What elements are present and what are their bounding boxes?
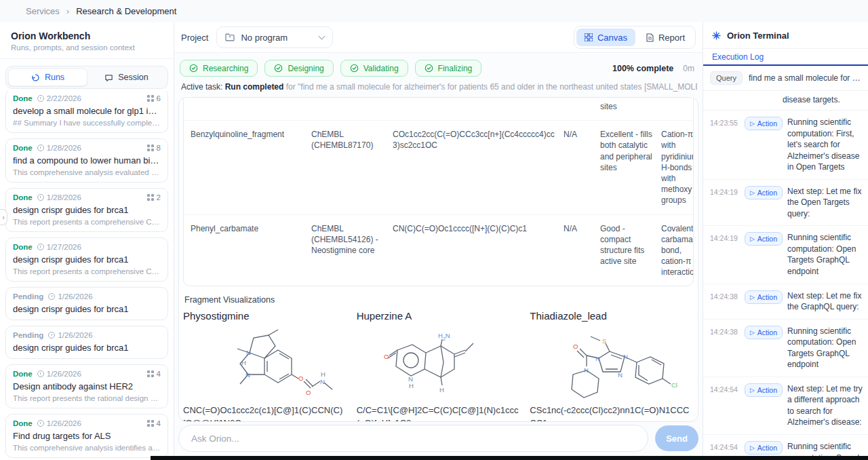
- svg-text:O: O: [306, 389, 311, 396]
- send-button[interactable]: Send: [655, 425, 698, 451]
- cell-fit: Excellent - fills both catalytic and per…: [600, 129, 654, 206]
- report-button[interactable]: Report: [638, 28, 693, 46]
- run-card[interactable]: Pending 1/26/2026 design crispr guides f…: [5, 326, 168, 359]
- tab-session[interactable]: Session: [87, 69, 165, 86]
- run-artifact-count: 4: [147, 419, 161, 427]
- chevron-right-icon: ›: [2, 213, 5, 221]
- log-text: Next step: Let me try a different approa…: [787, 383, 863, 428]
- run-status: Done: [13, 144, 33, 152]
- svg-text:N: N: [595, 355, 600, 362]
- run-snippet: This report presents a comprehensive CRI…: [13, 218, 161, 226]
- project-dropdown[interactable]: No program: [216, 26, 333, 48]
- run-date: 1/28/2026: [37, 144, 81, 152]
- viz-grid: Physostigmine Huperzine A Thiadiazole_le…: [183, 310, 694, 422]
- run-card[interactable]: Pending 1/26/2026 design crispr guides f…: [5, 287, 168, 320]
- action-badge[interactable]: ▷Action: [745, 441, 783, 455]
- run-status: Done: [13, 193, 33, 202]
- svg-text:H: H: [439, 386, 444, 394]
- play-icon: ▷: [750, 387, 755, 394]
- play-icon: ▷: [750, 235, 755, 242]
- run-snippet: This comprehensive analysis evaluated co…: [13, 168, 161, 176]
- breadcrumb: Services › Research & Development: [0, 0, 868, 22]
- tab-runs[interactable]: Runs: [8, 69, 87, 86]
- phase-designing: Designing: [264, 60, 333, 77]
- run-title: develop a small molecule for glp1 inhibi…: [13, 106, 161, 116]
- grid-icon: [147, 95, 154, 102]
- cell-name: Benzylquinoline_fragment: [191, 129, 304, 206]
- svg-text:H: H: [409, 382, 414, 389]
- svg-text:O: O: [298, 375, 303, 382]
- run-list: Done 2/22/2026 6 develop a small molecul…: [0, 92, 174, 460]
- table-row: Phenyl_carbamate ChEMBL (CHEMBL54126) - …: [184, 214, 693, 286]
- svg-text:S: S: [602, 337, 606, 345]
- action-badge[interactable]: ▷Action: [745, 326, 783, 339]
- svg-text:Cl: Cl: [671, 381, 677, 389]
- run-date: 1/28/2026: [37, 193, 81, 202]
- canvas-button[interactable]: Canvas: [576, 28, 635, 46]
- canvas-button-label: Canvas: [597, 33, 627, 43]
- cell-fit: sites: [600, 101, 654, 112]
- log-timestamp: 14:24:54: [710, 441, 740, 451]
- run-date: 1/26/2026: [48, 331, 92, 339]
- ask-orion-input[interactable]: [178, 425, 648, 452]
- run-card[interactable]: Done 2/22/2026 6 develop a small molecul…: [5, 89, 168, 133]
- run-card[interactable]: Done 1/28/2026 2 design crispr guides fo…: [5, 188, 168, 232]
- breadcrumb-separator-icon: ›: [66, 6, 69, 16]
- run-artifact-count: 4: [147, 370, 161, 378]
- canvas-area[interactable]: sites Benzylquinoline_fragment ChEMBL (C…: [178, 97, 698, 422]
- active-task-status: Run completed: [225, 82, 284, 92]
- active-task-description: for "find me a small molecule for alzhei…: [286, 82, 697, 92]
- sidebar-collapse-handle[interactable]: ›: [0, 209, 7, 225]
- progress-percent: 100% complete: [612, 64, 673, 73]
- run-date: 1/27/2026: [37, 243, 81, 251]
- run-card[interactable]: Done 1/28/2026 8 find a compound to lowe…: [5, 138, 168, 183]
- action-badge[interactable]: ▷Action: [745, 232, 783, 246]
- breadcrumb-root[interactable]: Services: [26, 6, 60, 16]
- action-badge[interactable]: ▷Action: [745, 186, 783, 199]
- run-card[interactable]: Done 1/26/2026 4 Find drug targets for A…: [5, 414, 168, 458]
- log-text: Running scientific computation: Open Tar…: [787, 232, 863, 277]
- project-label: Project: [181, 33, 208, 43]
- tab-session-label: Session: [118, 73, 148, 82]
- sidebar-subtitle: Runs, prompts, and session context: [11, 43, 163, 52]
- run-status: Done: [13, 94, 33, 102]
- log-text: Next step: Let me fix the Open Targets q…: [787, 186, 863, 220]
- log-timestamp: 14:23:55: [710, 117, 740, 127]
- run-snippet: This comprehensive analysis identifies a…: [13, 444, 161, 452]
- clock-icon: [48, 293, 55, 300]
- run-title: find a compound to lower human biologi…: [13, 155, 161, 166]
- fragment-table: sites Benzylquinoline_fragment ChEMBL (C…: [183, 97, 694, 286]
- query-text: find me a small molecule for alzhe…: [749, 73, 861, 83]
- run-snippet: This report presents the rational design…: [13, 394, 161, 402]
- cell-source: ChEMBL (CHEMBL87170): [311, 129, 386, 206]
- run-artifact-count: 2: [147, 193, 161, 202]
- progress: 100% complete 0m: [612, 64, 697, 73]
- log-text: Next step: Let me fix the GraphQL query:: [787, 290, 863, 313]
- clock-icon: [37, 370, 44, 377]
- phase-finalizing: Finalizing: [415, 60, 482, 77]
- run-card[interactable]: Done 1/27/2026 design crispr guides for …: [5, 237, 168, 282]
- clock-icon: [48, 332, 55, 339]
- cell-interactions: Cation-π with pyridinium, H-bonds with m…: [661, 129, 694, 206]
- sidebar: Orion Workbench Runs, prompts, and sessi…: [0, 22, 174, 460]
- main-header: Project No program Canvas Report: [174, 22, 703, 53]
- run-title: Design antibody against HER2: [13, 381, 161, 391]
- ask-bar: Send: [174, 422, 703, 460]
- svg-text:H: H: [241, 359, 246, 366]
- play-icon: ▷: [750, 294, 755, 301]
- check-circle-icon: [274, 64, 283, 73]
- action-badge[interactable]: ▷Action: [745, 290, 783, 304]
- run-status: Pending: [13, 331, 43, 339]
- run-date: 1/26/2026: [37, 419, 81, 427]
- run-card[interactable]: Done 1/26/2026 4 Design antibody against…: [5, 364, 168, 408]
- log-timestamp: 14:24:19: [710, 186, 740, 196]
- sidebar-tab-group: Runs Session: [5, 66, 168, 89]
- play-icon: ▷: [750, 120, 755, 127]
- check-circle-icon: [189, 64, 198, 73]
- action-badge[interactable]: ▷Action: [745, 117, 783, 130]
- run-title: design crispr guides for brca1: [13, 254, 161, 265]
- run-title: Find drug targets for ALS: [13, 431, 161, 441]
- action-badge[interactable]: ▷Action: [745, 383, 783, 397]
- main-panel: Project No program Canvas Report Researc…: [174, 22, 703, 460]
- tab-execution-log[interactable]: Execution Log: [703, 49, 868, 66]
